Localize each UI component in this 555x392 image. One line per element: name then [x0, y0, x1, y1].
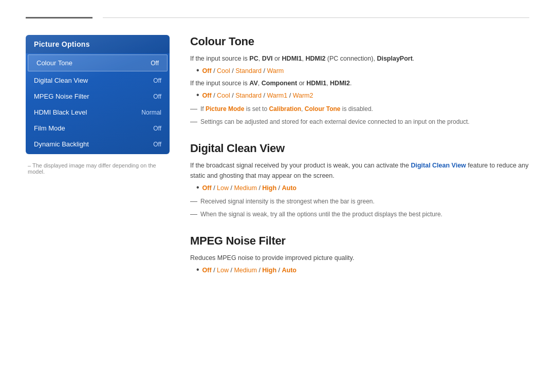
sidebar-item-label: Dynamic Backlight — [34, 140, 89, 148]
note-dash: — — [190, 208, 197, 219]
dcv-note2: — When the signal is weak, try all the o… — [190, 208, 529, 219]
section-body-digital-clean-view: If the broadcast signal received by your… — [190, 160, 529, 220]
section-title-digital-clean-view: Digital Clean View — [190, 142, 529, 155]
bullet-dot: • — [196, 266, 199, 274]
dcv-bullet: • Off / Low / Medium / High / Auto — [190, 183, 529, 193]
sidebar-item-value: Off — [153, 77, 161, 84]
sidebar-item-label: Digital Clean View — [34, 77, 88, 84]
note-dash: — — [190, 195, 197, 207]
section-mpeg-noise-filter: MPEG Noise Filter Reduces MPEG noise to … — [190, 234, 529, 275]
main-content: Picture Options Colour Tone Off Digital … — [0, 35, 555, 290]
colour-tone-note2: — Settings can be adjusted and stored fo… — [190, 116, 529, 127]
sidebar-item-digital-clean-view[interactable]: Digital Clean View Off — [26, 72, 170, 88]
section-body-mpeg-noise-filter: Reduces MPEG noise to provide improved p… — [190, 253, 529, 275]
sidebar: Picture Options Colour Tone Off Digital … — [26, 35, 170, 175]
colour-tone-para2: If the input source is AV, Component or … — [190, 78, 529, 88]
section-title-mpeg-noise-filter: MPEG Noise Filter — [190, 234, 529, 248]
colour-tone-bullet2: • Off / Cool / Standard / Warm1 / Warm2 — [190, 90, 529, 101]
colour-tone-note1: — If Picture Mode is set to Calibration,… — [190, 103, 529, 114]
sidebar-item-label: Colour Tone — [36, 59, 72, 67]
top-bar-short-line — [26, 17, 92, 18]
top-bar — [0, 0, 555, 35]
note-text: When the signal is weak, try all the opt… — [200, 210, 442, 219]
colour-tone-para1: If the input source is PC, DVI or HDMI1,… — [190, 53, 529, 64]
sidebar-item-label: HDMI Black Level — [34, 108, 87, 116]
sidebar-item-value: Normal — [141, 109, 161, 116]
sidebar-item-label: MPEG Noise Filter — [34, 92, 89, 100]
content-area: Colour Tone If the input source is PC, D… — [190, 35, 529, 290]
sidebar-header: Picture Options — [26, 35, 170, 53]
section-digital-clean-view: Digital Clean View If the broadcast sign… — [190, 142, 529, 220]
bullet-dot: • — [196, 66, 199, 74]
section-title-colour-tone: Colour Tone — [190, 35, 529, 48]
sidebar-item-film-mode[interactable]: Film Mode Off — [26, 120, 170, 136]
colour-tone-bullet1: • Off / Cool / Standard / Warm — [190, 66, 529, 76]
sidebar-item-value: Off — [151, 60, 159, 67]
sidebar-item-value: Off — [153, 93, 161, 100]
bullet-text: Off / Low / Medium / High / Auto — [202, 183, 297, 193]
note-text: If Picture Mode is set to Calibration, C… — [200, 104, 373, 114]
sidebar-item-hdmi-black-level[interactable]: HDMI Black Level Normal — [26, 104, 170, 120]
section-colour-tone: Colour Tone If the input source is PC, D… — [190, 35, 529, 127]
sidebar-item-value: Off — [153, 141, 161, 148]
mpeg-bullet: • Off / Low / Medium / High / Auto — [190, 265, 529, 275]
mpeg-para1: Reduces MPEG noise to provide improved p… — [190, 253, 529, 263]
note-text: Received signal intensity is the stronge… — [200, 197, 375, 207]
sidebar-note: – The displayed image may differ dependi… — [26, 162, 170, 175]
top-bar-long-line — [103, 17, 529, 18]
sidebar-item-value: Off — [153, 125, 161, 132]
section-body-colour-tone: If the input source is PC, DVI or HDMI1,… — [190, 53, 529, 127]
bullet-dot: • — [196, 91, 199, 99]
bullet-text: Off / Low / Medium / High / Auto — [202, 265, 297, 275]
note-dash: — — [190, 116, 197, 127]
bullet-dot: • — [196, 183, 199, 192]
note-text: Settings can be adjusted and stored for … — [200, 117, 470, 127]
bullet-text: Off / Cool / Standard / Warm1 / Warm2 — [202, 90, 313, 101]
bullet-text: Off / Cool / Standard / Warm — [202, 66, 284, 76]
note-dash: — — [190, 103, 197, 114]
sidebar-item-label: Film Mode — [34, 124, 65, 132]
sidebar-item-colour-tone[interactable]: Colour Tone Off — [28, 54, 168, 71]
dcv-note1: — Received signal intensity is the stron… — [190, 195, 529, 207]
dcv-para1: If the broadcast signal received by your… — [190, 160, 529, 181]
sidebar-item-mpeg-noise-filter[interactable]: MPEG Noise Filter Off — [26, 88, 170, 104]
sidebar-panel: Picture Options Colour Tone Off Digital … — [26, 35, 170, 154]
sidebar-item-dynamic-backlight[interactable]: Dynamic Backlight Off — [26, 136, 170, 152]
